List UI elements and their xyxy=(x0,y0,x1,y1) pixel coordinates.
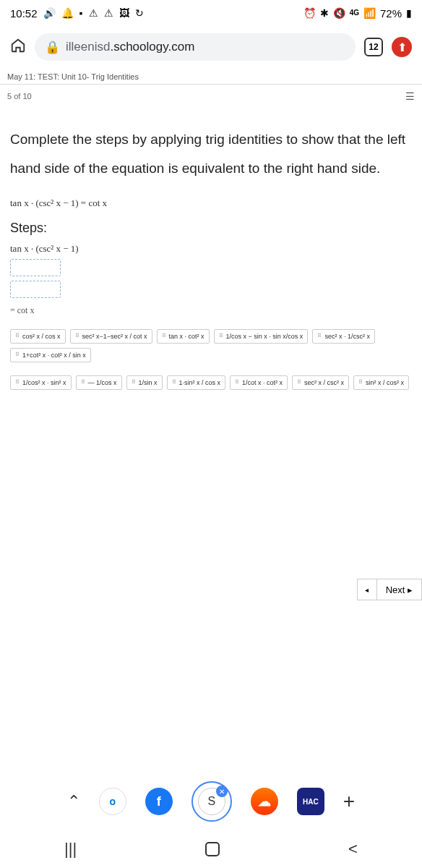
progress-row: 5 of 10 ☰ xyxy=(0,85,422,108)
app-dock: ⌃ o f S ✕ ☁ HAC + xyxy=(0,781,422,822)
steps-label: Steps: xyxy=(10,221,412,236)
close-icon[interactable]: ✕ xyxy=(216,786,228,797)
answer-tile[interactable]: ⠿sin² x / cos² x xyxy=(353,375,409,390)
breadcrumb[interactable]: May 11: TEST: Unit 10- Trig Identities xyxy=(0,68,422,85)
outlook-app-icon[interactable]: o xyxy=(99,788,126,815)
grip-icon: ⠿ xyxy=(172,379,176,386)
grip-icon: ⠿ xyxy=(81,379,85,386)
question-prompt: Complete the steps by applying trig iden… xyxy=(10,125,412,183)
battery-icon: ▮ xyxy=(406,7,412,19)
hac-app-icon[interactable]: HAC xyxy=(297,788,324,815)
grip-icon: ⠿ xyxy=(358,379,363,386)
grip-icon: ⠿ xyxy=(317,333,322,339)
tile-row-2: ⠿1/cos² x · sin² x ⠿— 1/cos x ⠿1/sin x ⠿… xyxy=(10,375,412,390)
grip-icon: ⠿ xyxy=(15,352,20,358)
home-button[interactable] xyxy=(205,842,220,856)
url-bar[interactable]: 🔒 illeenisd.schoology.com xyxy=(35,33,356,61)
blank-2[interactable] xyxy=(10,281,61,298)
answer-tile[interactable]: ⠿1/sin x xyxy=(126,375,163,390)
signal-icon: 📶 xyxy=(363,7,376,19)
answer-tile[interactable]: ⠿1/cot x · cot² x xyxy=(230,375,288,390)
browser-bar: 🔒 illeenisd.schoology.com 12 ⬆ xyxy=(0,26,422,68)
prev-button[interactable]: ◂ xyxy=(357,579,377,600)
progress-text: 5 of 10 xyxy=(7,92,32,101)
grip-icon: ⠿ xyxy=(162,333,166,339)
answer-tile[interactable]: ⠿tan x · cot² x xyxy=(157,329,210,344)
warning-icon: ⚠ xyxy=(89,7,98,19)
answer-tile[interactable]: ⠿sec² x / csc² x xyxy=(292,375,349,390)
recents-button[interactable]: ||| xyxy=(64,840,77,859)
question-nav: ◂ Next ▸ xyxy=(357,579,422,600)
answer-tile[interactable]: ⠿1+cot² x · cot² x / sin x xyxy=(10,348,91,362)
status-bar: 10:52 🔊 🔔 ▪ ⚠ ⚠ 🖼 ↻ ⏰ ✱ 🔇 4G 📶 72% ▮ xyxy=(0,0,422,26)
given-equation: tan x · (csc² x − 1) = cot x xyxy=(10,197,412,209)
bluetooth-icon: ✱ xyxy=(320,7,329,19)
grip-icon: ⠿ xyxy=(15,333,20,339)
grip-icon: ⠿ xyxy=(219,333,223,339)
bookmark-icon: ▪ xyxy=(79,7,83,19)
schoology-app-icon[interactable]: S ✕ xyxy=(198,788,225,815)
image-icon: 🖼 xyxy=(119,7,129,19)
tile-row-1: ⠿cos² x / cos x ⠿sec² x−1−sec² x / cot x… xyxy=(10,329,412,362)
system-nav: ||| < xyxy=(0,830,422,868)
active-app-ring[interactable]: S ✕ xyxy=(191,781,232,822)
update-button[interactable]: ⬆ xyxy=(392,37,412,57)
add-tab-icon[interactable]: + xyxy=(343,790,355,813)
answer-tile[interactable]: ⠿1/cos x − sin x · sin x/cos x xyxy=(214,329,309,344)
back-button[interactable]: < xyxy=(348,840,358,859)
notification-icon: 🔔 xyxy=(61,7,74,19)
question-content: Complete the steps by applying trig iden… xyxy=(0,108,422,390)
step-start: tan x · (csc² x − 1) xyxy=(10,243,412,255)
refresh-icon: ↻ xyxy=(135,7,144,19)
blank-1[interactable] xyxy=(10,259,61,276)
answer-tile[interactable]: ⠿1·sin² x / cos x xyxy=(167,375,226,390)
grip-icon: ⠿ xyxy=(75,333,79,339)
network-type: 4G xyxy=(350,9,359,17)
next-button[interactable]: Next ▸ xyxy=(377,579,422,600)
lock-icon: 🔒 xyxy=(45,40,60,55)
mute-icon: 🔇 xyxy=(333,7,345,19)
soundcloud-app-icon[interactable]: ☁ xyxy=(251,788,278,815)
warning2-icon: ⚠ xyxy=(104,7,113,19)
final-equals: = cot x xyxy=(10,305,412,316)
grip-icon: ⠿ xyxy=(235,379,239,386)
battery-pct: 72% xyxy=(380,7,402,20)
volume-icon: 🔊 xyxy=(43,7,56,19)
answer-tile[interactable]: ⠿sec² x · 1/csc² x xyxy=(312,329,375,344)
answer-tile[interactable]: ⠿sec² x−1−sec² x / cot x xyxy=(70,329,152,344)
answer-tile[interactable]: ⠿cos² x / cos x xyxy=(10,329,66,344)
list-icon[interactable]: ☰ xyxy=(405,90,415,102)
answer-tile[interactable]: ⠿— 1/cos x xyxy=(76,375,122,390)
dock-expand-icon[interactable]: ⌃ xyxy=(67,792,80,811)
answer-tile[interactable]: ⠿1/cos² x · sin² x xyxy=(10,375,72,390)
grip-icon: ⠿ xyxy=(132,379,136,386)
facebook-app-icon[interactable]: f xyxy=(145,788,173,815)
alarm-icon: ⏰ xyxy=(303,7,316,19)
grip-icon: ⠿ xyxy=(15,379,20,386)
tab-count-button[interactable]: 12 xyxy=(364,38,383,56)
status-time: 10:52 xyxy=(10,7,38,20)
grip-icon: ⠿ xyxy=(297,379,301,386)
home-icon[interactable] xyxy=(10,38,26,56)
